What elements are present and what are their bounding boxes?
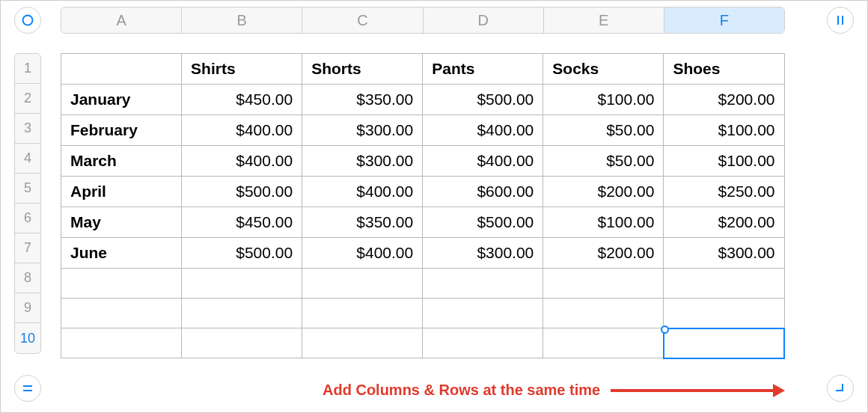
cell[interactable]: $400.00 — [182, 146, 302, 177]
table-row — [61, 299, 785, 328]
circle-icon — [22, 14, 34, 26]
cell[interactable] — [543, 328, 664, 358]
column-header-D[interactable]: D — [424, 7, 544, 33]
cell[interactable] — [664, 328, 784, 358]
cell[interactable]: $450.00 — [182, 85, 302, 115]
cell[interactable]: $200.00 — [543, 238, 664, 269]
row-header-3[interactable]: 3 — [15, 114, 40, 144]
cell[interactable]: $100.00 — [664, 146, 784, 177]
column-header-C[interactable]: C — [302, 7, 423, 33]
cell[interactable]: $500.00 — [423, 85, 543, 115]
selection-handle[interactable] — [661, 325, 669, 334]
cell[interactable]: Shirts — [182, 54, 302, 85]
cell[interactable] — [302, 269, 423, 299]
column-header-F[interactable]: F — [664, 7, 784, 33]
help-annotation: Add Columns & Rows at the same time — [323, 382, 801, 399]
cell[interactable] — [664, 299, 784, 328]
cell[interactable]: $400.00 — [423, 115, 543, 146]
row-header-8[interactable]: 8 — [15, 263, 40, 293]
cell[interactable]: $200.00 — [664, 207, 784, 238]
add-row-handle[interactable] — [14, 375, 41, 402]
corner-resize-icon — [834, 382, 847, 395]
spreadsheet-grid: ShirtsShortsPantsSocksShoesJanuary$450.0… — [61, 53, 785, 359]
table-row: June$500.00$400.00$300.00$200.00$300.00 — [61, 238, 785, 269]
cell[interactable]: $300.00 — [423, 238, 543, 269]
cell[interactable] — [182, 269, 302, 299]
cell[interactable] — [182, 299, 302, 328]
add-rows-and-columns-handle[interactable] — [827, 375, 854, 402]
cell[interactable]: Shoes — [664, 54, 784, 85]
row-header-2[interactable]: 2 — [15, 84, 40, 114]
column-header-E[interactable]: E — [544, 7, 664, 33]
cell[interactable]: $100.00 — [543, 207, 664, 238]
cell[interactable] — [302, 299, 423, 328]
cell[interactable]: January — [61, 85, 182, 115]
cell[interactable]: February — [61, 115, 182, 146]
row-header-strip: 12345678910 — [14, 53, 41, 354]
cell[interactable]: June — [61, 238, 182, 269]
cell[interactable]: $100.00 — [543, 85, 664, 115]
cell[interactable] — [423, 299, 543, 328]
cell[interactable]: $350.00 — [302, 207, 423, 238]
cell[interactable]: $400.00 — [182, 115, 302, 146]
cell[interactable]: March — [61, 146, 182, 177]
add-column-handle[interactable] — [827, 7, 854, 34]
table-row: April$500.00$400.00$600.00$200.00$250.00 — [61, 177, 785, 207]
row-header-4[interactable]: 4 — [15, 144, 40, 174]
row-header-7[interactable]: 7 — [15, 233, 40, 263]
row-header-10[interactable]: 10 — [15, 323, 40, 353]
table-row — [61, 328, 785, 358]
cell[interactable]: $500.00 — [182, 238, 302, 269]
cell[interactable]: $400.00 — [302, 238, 423, 269]
cell[interactable]: $350.00 — [302, 85, 423, 115]
cell[interactable]: $500.00 — [423, 207, 543, 238]
cell[interactable] — [61, 54, 182, 85]
table-row: January$450.00$350.00$500.00$100.00$200.… — [61, 85, 785, 115]
cell[interactable] — [423, 269, 543, 299]
cell[interactable]: $400.00 — [302, 177, 423, 207]
row-header-6[interactable]: 6 — [15, 204, 40, 233]
table-row: May$450.00$350.00$500.00$100.00$200.00 — [61, 207, 785, 238]
cell[interactable]: $50.00 — [543, 115, 664, 146]
cell[interactable] — [61, 269, 182, 299]
table-row: March$400.00$300.00$400.00$50.00$100.00 — [61, 146, 785, 177]
table-row: February$400.00$300.00$400.00$50.00$100.… — [61, 115, 785, 146]
cell[interactable]: April — [61, 177, 182, 207]
row-header-5[interactable]: 5 — [15, 174, 40, 204]
cell[interactable]: $200.00 — [543, 177, 664, 207]
cell[interactable] — [423, 328, 543, 358]
cell[interactable]: $450.00 — [182, 207, 302, 238]
cell[interactable]: $600.00 — [423, 177, 543, 207]
cell[interactable] — [664, 269, 784, 299]
cell[interactable]: $300.00 — [302, 115, 423, 146]
annotation-arrow-icon — [611, 389, 774, 392]
cell[interactable]: $300.00 — [664, 238, 784, 269]
cell[interactable] — [61, 299, 182, 328]
annotation-text: Add Columns & Rows at the same time — [323, 382, 600, 399]
cell[interactable] — [543, 299, 664, 328]
cell[interactable]: $250.00 — [664, 177, 784, 207]
cell[interactable]: Shorts — [302, 54, 423, 85]
cell[interactable]: $300.00 — [302, 146, 423, 177]
column-header-A[interactable]: A — [61, 7, 182, 33]
cell[interactable]: $500.00 — [182, 177, 302, 207]
svg-point-0 — [23, 16, 33, 25]
cell[interactable]: $400.00 — [423, 146, 543, 177]
column-header-B[interactable]: B — [182, 7, 302, 33]
cell[interactable]: Pants — [423, 54, 543, 85]
cell[interactable] — [182, 328, 302, 358]
cell[interactable]: May — [61, 207, 182, 238]
select-all-handle[interactable] — [14, 7, 41, 34]
cell[interactable]: $200.00 — [664, 85, 784, 115]
cell[interactable] — [302, 328, 423, 358]
table-row: ShirtsShortsPantsSocksShoes — [61, 54, 785, 85]
cell[interactable] — [61, 328, 182, 358]
cell[interactable]: $100.00 — [664, 115, 784, 146]
cell[interactable]: $50.00 — [543, 146, 664, 177]
columns-add-icon — [834, 14, 846, 26]
cell[interactable]: Socks — [543, 54, 664, 85]
table-row — [61, 269, 785, 299]
cell[interactable] — [543, 269, 664, 299]
row-header-9[interactable]: 9 — [15, 293, 40, 323]
row-header-1[interactable]: 1 — [15, 54, 40, 84]
